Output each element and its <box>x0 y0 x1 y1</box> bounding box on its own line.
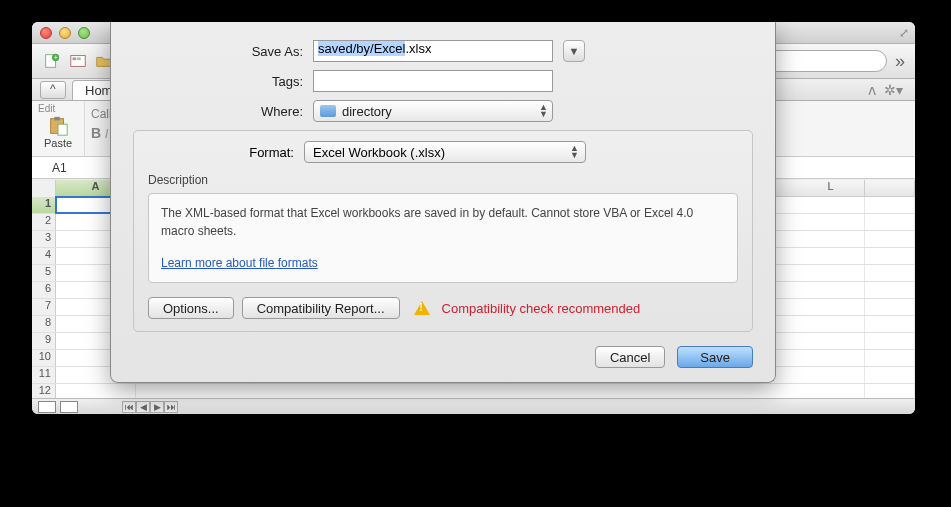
description-box: The XML-based format that Excel workbook… <box>148 193 738 283</box>
save-as-field[interactable]: saved/by/Excel.xlsx <box>313 40 553 62</box>
compatibility-message: Compatibility check recommended <box>442 301 641 316</box>
save-dialog: Save As: saved/by/Excel.xlsx ▼ Tags: Whe… <box>110 22 776 383</box>
row-header[interactable]: 7 <box>32 299 56 315</box>
sheet-nav-prev[interactable]: ◀ <box>136 401 150 413</box>
status-bar: ⏮ ◀ ▶ ⏭ <box>32 398 915 414</box>
row-header[interactable]: 6 <box>32 282 56 298</box>
ribbon-expand-icon[interactable]: ʌ <box>868 82 876 98</box>
italic-button[interactable]: I <box>105 126 109 141</box>
svg-rect-22 <box>58 124 67 135</box>
options-button[interactable]: Options... <box>148 297 234 319</box>
sheet-nav-next[interactable]: ▶ <box>150 401 164 413</box>
row-header[interactable]: 10 <box>32 350 56 366</box>
ribbon-settings-icon[interactable]: ✲▾ <box>884 82 903 98</box>
row-header[interactable]: 11 <box>32 367 56 383</box>
row-header[interactable]: 2 <box>32 214 56 230</box>
learn-more-link[interactable]: Learn more about file formats <box>161 254 318 272</box>
fullscreen-icon[interactable]: ⤢ <box>899 26 909 40</box>
row-header[interactable]: 1 <box>32 197 56 213</box>
expand-save-button[interactable]: ▼ <box>563 40 585 62</box>
format-label: Format: <box>148 145 304 160</box>
toolbar-overflow-icon[interactable]: » <box>895 51 905 72</box>
svg-rect-21 <box>54 117 60 121</box>
group-label-edit: Edit <box>38 103 78 114</box>
window-minimize-button[interactable] <box>59 27 71 39</box>
paste-button[interactable]: Paste <box>38 114 78 150</box>
svg-rect-4 <box>73 57 77 60</box>
view-layout-button[interactable] <box>60 401 78 413</box>
warning-icon <box>414 301 430 315</box>
row-header[interactable]: 5 <box>32 265 56 281</box>
where-label: Where: <box>133 104 313 119</box>
format-section: Format: Excel Workbook (.xlsx) ▲▼ Descri… <box>133 130 753 332</box>
sheet-nav-first[interactable]: ⏮ <box>122 401 136 413</box>
new-workbook-icon[interactable]: + <box>40 49 64 73</box>
view-normal-button[interactable] <box>38 401 56 413</box>
window-close-button[interactable] <box>40 27 52 39</box>
save-button[interactable]: Save <box>677 346 753 368</box>
where-popup[interactable]: directory ▲▼ <box>313 100 553 122</box>
bold-button[interactable]: B <box>91 125 101 141</box>
tags-label: Tags: <box>133 74 313 89</box>
sheet-nav-last[interactable]: ⏭ <box>164 401 178 413</box>
column-header-l[interactable]: L <box>797 180 865 196</box>
row-header[interactable]: 4 <box>32 248 56 264</box>
row-header[interactable]: 9 <box>32 333 56 349</box>
row-header[interactable]: 3 <box>32 231 56 247</box>
tags-field[interactable] <box>313 70 553 92</box>
description-label: Description <box>148 173 738 187</box>
folder-icon <box>320 105 336 117</box>
templates-icon[interactable] <box>66 49 90 73</box>
ribbon-collapse-button[interactable] <box>40 81 66 99</box>
compatibility-report-button[interactable]: Compatibility Report... <box>242 297 400 319</box>
format-popup[interactable]: Excel Workbook (.xlsx) ▲▼ <box>304 141 586 163</box>
svg-rect-3 <box>71 56 85 67</box>
svg-text:+: + <box>54 53 58 62</box>
save-as-label: Save As: <box>133 44 313 59</box>
cancel-button[interactable]: Cancel <box>595 346 665 368</box>
svg-rect-5 <box>77 57 81 60</box>
row-header[interactable]: 8 <box>32 316 56 332</box>
window-zoom-button[interactable] <box>78 27 90 39</box>
